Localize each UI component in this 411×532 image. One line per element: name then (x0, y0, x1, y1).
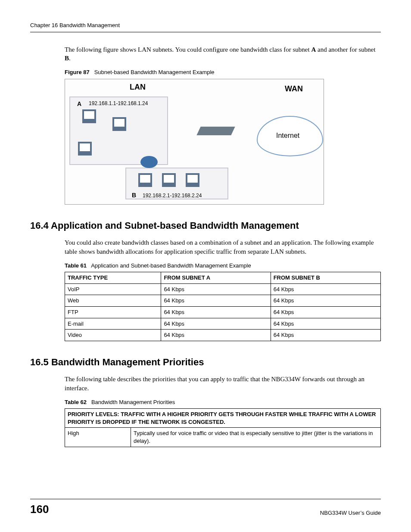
section-16-5-heading: 16.5 Bandwidth Management Priorities (30, 356, 381, 369)
table-62-label: Table 62 (65, 399, 87, 405)
table-61-h2: FROM SUBNET A (161, 272, 271, 284)
page-footer: 160 NBG334W User’s Guide (30, 499, 381, 517)
cell-subnet-b: 64 Kbps (271, 306, 380, 318)
cell-type: E-mail (65, 318, 161, 330)
intro-text-1: The following figure shows LAN subnets. … (65, 46, 311, 53)
cell-subnet-b: 64 Kbps (271, 330, 380, 341)
table-row: FTP 64 Kbps 64 Kbps (65, 306, 381, 318)
modem-icon (196, 127, 235, 135)
cell-subnet-b: 64 Kbps (271, 283, 380, 295)
figure-87-title: Subnet-based Bandwidth Management Exampl… (94, 69, 215, 75)
table-61-title: Application and Subnet-based Bandwidth M… (91, 262, 251, 269)
cell-type: Web (65, 295, 161, 307)
cell-type: FTP (65, 306, 161, 318)
table-row: Web 64 Kbps 64 Kbps (65, 295, 381, 307)
table-row: High Typically used for voice traffic or… (65, 428, 381, 447)
figure-87: LAN WAN A 192.168.1.1-192.168.1.24 B 192… (65, 79, 381, 205)
cell-subnet-a: 64 Kbps (161, 295, 271, 307)
section-16-4-heading: 16.4 Application and Subnet-based Bandwi… (30, 219, 381, 232)
cell-subnet-a: 64 Kbps (161, 330, 271, 341)
router-icon (140, 156, 158, 168)
computer-icon (78, 142, 92, 156)
table-62-caption: Table 62 Bandwidth Management Priorities (65, 398, 381, 406)
table-62-title: Bandwidth Management Priorities (91, 399, 175, 405)
cell-subnet-a: 64 Kbps (161, 306, 271, 318)
table-61: TRAFFIC TYPE FROM SUBNET A FROM SUBNET B… (65, 272, 381, 341)
figure-a-label: A (77, 100, 81, 108)
section-16-4-text: You could also create bandwidth classes … (65, 238, 381, 256)
cell-subnet-a: 64 Kbps (161, 318, 271, 330)
cell-subnet-a: 64 Kbps (161, 283, 271, 295)
table-61-h3: FROM SUBNET B (271, 272, 380, 284)
chapter-label: Chapter 16 Bandwidth Management (30, 22, 120, 28)
guide-name: NBG334W User’s Guide (320, 509, 381, 517)
computer-icon (186, 173, 199, 187)
intro-bold-b: B (65, 55, 69, 62)
cell-priority-desc: Typically used for voice traffic or vide… (131, 428, 381, 447)
figure-87-label: Figure 87 (65, 69, 90, 75)
figure-b-label: B (132, 191, 136, 199)
figure-a-range: 192.168.1.1-192.168.1.24 (89, 100, 148, 107)
table-62: PRIORITY LEVELS: TRAFFIC WITH A HIGHER P… (65, 408, 381, 447)
table-62-header: PRIORITY LEVELS: TRAFFIC WITH A HIGHER P… (65, 409, 381, 428)
figure-87-diagram: LAN WAN A 192.168.1.1-192.168.1.24 B 192… (65, 79, 324, 205)
figure-lan-label: LAN (130, 82, 146, 92)
table-61-label: Table 61 (65, 262, 87, 269)
table-61-h1: TRAFFIC TYPE (65, 272, 161, 284)
computer-icon (112, 117, 126, 131)
page-number: 160 (30, 502, 49, 517)
page-header: Chapter 16 Bandwidth Management (30, 22, 381, 32)
table-header-row: TRAFFIC TYPE FROM SUBNET A FROM SUBNET B (65, 272, 381, 284)
intro-text-after: . (69, 55, 71, 62)
cell-subnet-b: 64 Kbps (271, 318, 380, 330)
cell-subnet-b: 64 Kbps (271, 295, 380, 307)
table-row: Video 64 Kbps 64 Kbps (65, 330, 381, 341)
cell-type: Video (65, 330, 161, 341)
cell-type: VoIP (65, 283, 161, 295)
figure-internet-label: Internet (276, 131, 299, 140)
table-row: VoIP 64 Kbps 64 Kbps (65, 283, 381, 295)
figure-wan-label: WAN (285, 84, 303, 94)
computer-icon (82, 109, 96, 123)
computer-icon (162, 173, 176, 187)
intro-paragraph: The following figure shows LAN subnets. … (65, 45, 381, 63)
intro-text-mid: and another for subnet (316, 46, 375, 53)
cell-priority-level: High (65, 428, 131, 447)
table-header-row: PRIORITY LEVELS: TRAFFIC WITH A HIGHER P… (65, 409, 381, 428)
intro-bold-a: A (311, 46, 316, 53)
figure-87-caption: Figure 87 Subnet-based Bandwidth Managem… (65, 68, 381, 76)
table-row: E-mail 64 Kbps 64 Kbps (65, 318, 381, 330)
computer-icon (138, 173, 152, 187)
table-61-caption: Table 61 Application and Subnet-based Ba… (65, 262, 381, 270)
section-16-5-text: The following table describes the priori… (65, 375, 381, 392)
figure-b-range: 192.168.2.1-192.168.2.24 (143, 192, 202, 199)
